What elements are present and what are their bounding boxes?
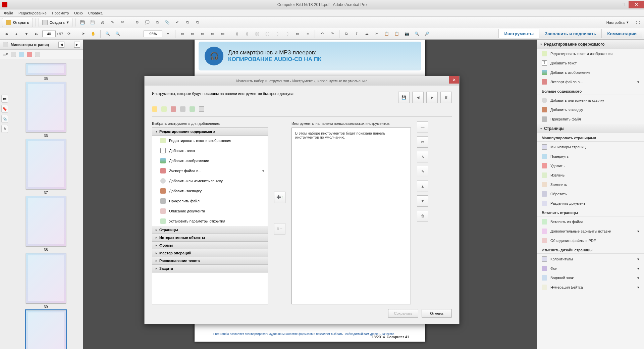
move-up-icon[interactable]: ▲ xyxy=(417,181,428,192)
tree-section-interactive[interactable]: Интерактивные объекты xyxy=(152,234,268,242)
camera-icon[interactable]: 📷 xyxy=(402,30,411,38)
toolset-save-icon[interactable]: 💾 xyxy=(398,92,410,103)
thumb-menu-icon[interactable]: ☰▾ xyxy=(3,52,8,56)
tree-item[interactable]: Добавить текст xyxy=(152,146,268,156)
fullscreen-icon[interactable]: ⛶ xyxy=(633,18,642,27)
tree-section-forms[interactable]: Формы xyxy=(152,242,268,249)
cut-icon[interactable]: ✂ xyxy=(372,30,381,38)
next-page-icon[interactable]: ▼ xyxy=(22,30,31,38)
hand-tool-icon[interactable]: ✋ xyxy=(89,30,98,38)
quick-stamp-icon[interactable] xyxy=(171,106,176,112)
tree-section-content-edit[interactable]: Редактирование содержимого xyxy=(152,128,268,136)
toolset-next-icon[interactable]: ▶ xyxy=(426,92,438,103)
tree-item[interactable]: Добавить или изменить ссылку xyxy=(152,176,268,186)
thumb-new-icon[interactable] xyxy=(11,52,16,57)
layout5-icon[interactable]: ▯ xyxy=(273,30,282,38)
layout6-icon[interactable]: ▯ xyxy=(283,30,292,38)
sidetab-bookmark-icon[interactable]: 🔖 xyxy=(1,105,8,113)
tab-tools[interactable]: Инструменты xyxy=(498,29,539,38)
tool7-icon[interactable]: ⧉ xyxy=(193,18,202,27)
first-page-icon[interactable]: ⏮ xyxy=(2,30,11,38)
tree-item[interactable]: Описание документа xyxy=(152,206,268,216)
layout7-icon[interactable]: ▭ xyxy=(293,30,302,38)
tree-item[interactable]: Экспорт файла в...▾ xyxy=(152,166,268,176)
tree-section-pages[interactable]: Страницы xyxy=(152,226,268,234)
close-button[interactable]: ✕ xyxy=(629,1,644,8)
fit-page-icon[interactable]: ▭ xyxy=(178,30,187,38)
tool-add-bookmark[interactable]: Добавить закладку xyxy=(537,105,644,114)
tool-insert-more[interactable]: Дополнительные варианты вставки▾ xyxy=(537,227,644,236)
page-number-input[interactable] xyxy=(42,31,56,37)
tool-export-file[interactable]: Экспорт файла в...▾ xyxy=(537,77,644,87)
sidetab-attach-icon[interactable]: 📎 xyxy=(1,115,8,123)
tool-insert-file[interactable]: Вставить из файла xyxy=(537,217,644,227)
zoom-dropdown-icon[interactable]: ▾ xyxy=(164,30,172,38)
selected-tools-box[interactable]: В этом наборе инструментов будет показан… xyxy=(291,128,411,304)
sep-button[interactable]: — xyxy=(417,121,428,133)
layout3-icon[interactable]: ▯▯ xyxy=(253,30,262,38)
edit-icon[interactable]: ✎ xyxy=(108,18,117,27)
gear-icon[interactable]: ⚙ xyxy=(133,18,142,27)
open-button[interactable]: Открыть xyxy=(2,18,33,27)
toolset-delete-icon[interactable]: 🗑 xyxy=(440,92,452,103)
tab-comment[interactable]: Комментарии xyxy=(601,29,642,38)
tool-background[interactable]: Фон▾ xyxy=(537,264,644,273)
tool-add-image[interactable]: Добавить изображение xyxy=(537,68,644,77)
quick-edit-icon[interactable] xyxy=(161,106,167,112)
thumb-tool-icon[interactable] xyxy=(35,52,40,57)
tool-add-text[interactable]: Добавить текст xyxy=(537,58,644,68)
minimize-button[interactable]: — xyxy=(608,1,619,8)
thumb-rotate-icon[interactable] xyxy=(19,52,24,57)
tree-section-protect[interactable]: Защита xyxy=(152,265,268,272)
tool-attach-file[interactable]: Прикрепить файл xyxy=(537,114,644,124)
tool-delete[interactable]: Удалить xyxy=(537,161,644,170)
tool-split[interactable]: Разделить документ xyxy=(537,199,644,208)
layout8-icon[interactable]: ≡ xyxy=(303,30,312,38)
view1-icon[interactable]: ▭ xyxy=(198,30,207,38)
thumb-item[interactable]: 40 xyxy=(11,310,80,349)
layout1-icon[interactable]: ▯ xyxy=(233,30,241,38)
menu-window[interactable]: Окно xyxy=(71,10,86,16)
tool-replace[interactable]: Заменить xyxy=(537,180,644,189)
tree-item[interactable]: Установить параметры открытия xyxy=(152,216,268,226)
thumb-item[interactable]: 39 xyxy=(11,253,80,309)
view3-icon[interactable]: ▭ xyxy=(218,30,227,38)
view2-icon[interactable]: ▭ xyxy=(208,30,217,38)
create-button[interactable]: Создать▾ xyxy=(39,18,72,27)
redo-icon[interactable]: ↷ xyxy=(328,30,336,38)
tool-page-thumbs[interactable]: Миниатюры страниц xyxy=(537,142,644,152)
thumb-item[interactable]: 38 xyxy=(11,196,80,252)
prev-page-icon[interactable]: ▲ xyxy=(12,30,21,38)
tool-extract[interactable]: Извлечь xyxy=(537,170,644,180)
toolset-prev-icon[interactable]: ◀ xyxy=(412,92,424,103)
menu-view[interactable]: Просмотр xyxy=(49,10,71,16)
tool-add-link[interactable]: Добавить или изменить ссылку xyxy=(537,96,644,105)
menu-file[interactable]: Файл xyxy=(1,10,16,16)
quick-doc-icon[interactable] xyxy=(199,106,204,112)
maximize-button[interactable]: ☐ xyxy=(619,1,629,8)
tree-item[interactable]: Добавить закладку xyxy=(152,186,268,196)
undo-icon[interactable]: ↶ xyxy=(318,30,326,38)
section-edit-content[interactable]: Редактирование содержимого xyxy=(537,40,644,49)
cloud-icon[interactable]: ☁ xyxy=(362,30,371,38)
menu-edit[interactable]: Редактирование xyxy=(16,10,49,16)
fit-width-icon[interactable]: ▭ xyxy=(188,30,197,38)
zoom-in-icon[interactable]: + xyxy=(133,30,142,38)
tool6-icon[interactable]: ⧉ xyxy=(183,18,192,27)
tool-edit-text-images[interactable]: Редактировать текст и изображения xyxy=(537,49,644,58)
tree-item[interactable]: Прикрепить файл xyxy=(152,196,268,206)
customize-button[interactable]: Настройка▾ xyxy=(603,18,632,27)
refresh-icon[interactable]: ⟳ xyxy=(64,30,73,38)
quick-sign-icon[interactable] xyxy=(190,106,195,112)
sidetab-thumbs-icon[interactable]: ▭ xyxy=(1,95,8,103)
attach-icon[interactable]: 📎 xyxy=(163,18,172,27)
tree-section-ocr[interactable]: Распознавание текста xyxy=(152,257,268,265)
thumb-list[interactable]: 35 36 37 38 39 40 xyxy=(0,59,83,349)
tree-item[interactable]: Добавить изображение xyxy=(152,156,268,166)
tool-crop[interactable]: Обрезать xyxy=(537,189,644,199)
mail-icon[interactable]: ✉ xyxy=(118,18,127,27)
comment-icon[interactable]: 💬 xyxy=(143,18,152,27)
export-icon[interactable]: ⇪ xyxy=(352,30,361,38)
search-icon[interactable]: 🔍 xyxy=(413,30,421,38)
tool-bates[interactable]: Нумерация Бейтса▾ xyxy=(537,283,644,292)
